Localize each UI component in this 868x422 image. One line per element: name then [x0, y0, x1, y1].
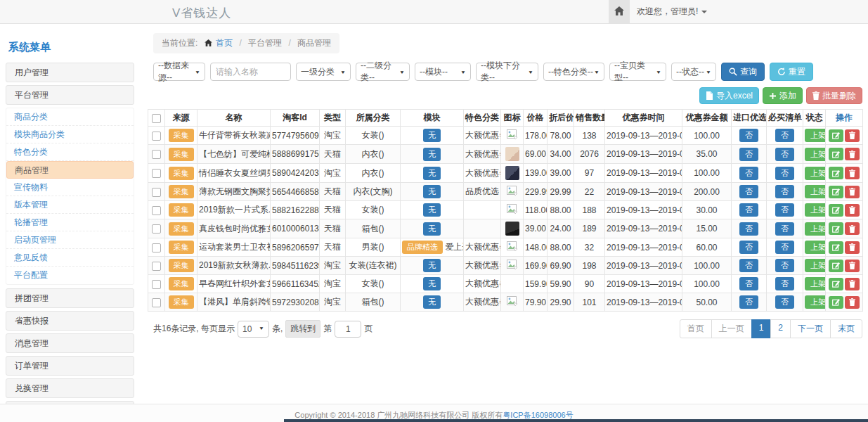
status-button[interactable]: 上架: [805, 222, 826, 236]
sidebar-group[interactable]: 订单管理: [6, 356, 134, 376]
page-button[interactable]: 2: [770, 319, 791, 338]
sidebar-item-link[interactable]: 启动页管理: [6, 231, 134, 249]
delete-button[interactable]: [845, 241, 860, 254]
jump-button[interactable]: 跳转到: [285, 320, 320, 338]
row-checkbox[interactable]: [152, 150, 161, 159]
per-page-select[interactable]: 10 ▼: [238, 321, 269, 338]
name-search-input[interactable]: [210, 63, 291, 81]
page-button[interactable]: 上一页: [711, 319, 752, 338]
sidebar-group[interactable]: 兑换管理: [6, 378, 134, 398]
import-optimal-toggle[interactable]: 否: [739, 148, 758, 161]
status-button[interactable]: 上架: [805, 277, 826, 290]
sidebar-item-link[interactable]: 意见反馈: [6, 249, 134, 267]
sidebar-group-users[interactable]: 用户管理: [6, 63, 134, 82]
edit-button[interactable]: [829, 278, 843, 290]
filter-select[interactable]: --模块下分类--▼: [476, 63, 538, 81]
sidebar-item-goods-management-active[interactable]: 商品管理: [6, 161, 134, 179]
edit-button[interactable]: [829, 167, 843, 179]
sidebar-item-link[interactable]: 版本管理: [6, 196, 134, 214]
home-button[interactable]: [609, 0, 630, 23]
delete-button[interactable]: [845, 148, 860, 160]
status-button[interactable]: 上架: [805, 295, 826, 309]
edit-button[interactable]: [829, 148, 843, 160]
page-number-input[interactable]: [335, 321, 361, 338]
status-button[interactable]: 上架: [805, 259, 826, 272]
sidebar-item-link[interactable]: 模块商品分类: [6, 126, 134, 143]
row-checkbox[interactable]: [152, 188, 161, 197]
must-buy-toggle[interactable]: 否: [775, 241, 794, 254]
page-button[interactable]: 末页: [830, 319, 862, 338]
edit-button[interactable]: [829, 241, 843, 254]
sidebar-group[interactable]: 省惠快报: [6, 311, 134, 331]
status-button[interactable]: 上架: [805, 129, 826, 142]
row-checkbox[interactable]: [152, 280, 161, 289]
import-optimal-toggle[interactable]: 否: [739, 167, 758, 180]
edit-button[interactable]: [829, 296, 843, 309]
sidebar-group[interactable]: 消息管理: [6, 333, 134, 353]
must-buy-toggle[interactable]: 否: [775, 148, 794, 161]
edit-button[interactable]: [829, 204, 843, 217]
filter-select[interactable]: --模块--▼: [415, 63, 471, 81]
sidebar-item-link[interactable]: 商品分类: [6, 108, 134, 126]
import-optimal-toggle[interactable]: 否: [739, 185, 758, 198]
icp-link[interactable]: 粤ICP备16098006号: [503, 411, 573, 419]
row-checkbox[interactable]: [152, 132, 161, 141]
sidebar-item-link[interactable]: 特色分类: [6, 143, 134, 161]
import-optimal-toggle[interactable]: 否: [739, 222, 758, 236]
sidebar-item-link[interactable]: 平台配置: [6, 267, 134, 284]
edit-button[interactable]: [829, 129, 843, 142]
edit-button[interactable]: [829, 222, 843, 235]
row-checkbox[interactable]: [152, 262, 161, 271]
select-all-checkbox[interactable]: [152, 114, 161, 123]
delete-button[interactable]: [845, 204, 860, 217]
row-checkbox[interactable]: [152, 243, 161, 252]
must-buy-toggle[interactable]: 否: [775, 167, 794, 180]
page-button[interactable]: 1: [751, 319, 772, 338]
status-button[interactable]: 上架: [805, 167, 826, 180]
import-optimal-toggle[interactable]: 否: [739, 129, 758, 142]
query-button[interactable]: 查询: [721, 63, 765, 81]
must-buy-toggle[interactable]: 否: [775, 203, 794, 217]
import-optimal-toggle[interactable]: 否: [739, 241, 758, 254]
filter-select[interactable]: --二级分类--▼: [356, 63, 410, 81]
delete-button[interactable]: [845, 296, 860, 309]
filter-select[interactable]: --状态--▼: [671, 63, 716, 81]
status-button[interactable]: 上架: [805, 203, 826, 217]
delete-button[interactable]: [845, 129, 860, 142]
filter-select[interactable]: 一级分类▼: [296, 63, 351, 81]
filter-select[interactable]: --数据来源--▼: [153, 63, 205, 81]
must-buy-toggle[interactable]: 否: [775, 259, 794, 272]
row-checkbox[interactable]: [152, 169, 161, 178]
sidebar-item-link[interactable]: 宣传物料: [6, 179, 134, 196]
delete-button[interactable]: [845, 222, 860, 235]
must-buy-toggle[interactable]: 否: [775, 185, 794, 198]
must-buy-toggle[interactable]: 否: [775, 277, 794, 290]
sidebar-group-platform[interactable]: 平台管理: [6, 85, 134, 105]
delete-button[interactable]: [845, 260, 860, 272]
row-checkbox[interactable]: [152, 298, 161, 307]
status-button[interactable]: 上架: [805, 241, 826, 254]
delete-button[interactable]: [845, 167, 860, 179]
page-button[interactable]: 下一页: [790, 319, 831, 338]
filter-select[interactable]: --特色分类--▼: [543, 63, 604, 81]
breadcrumb-home-link[interactable]: 首页: [216, 38, 233, 48]
row-checkbox[interactable]: [152, 206, 161, 215]
import-optimal-toggle[interactable]: 否: [739, 259, 758, 272]
user-menu[interactable]: 欢迎您，管理员!: [637, 0, 707, 23]
status-button[interactable]: 上架: [805, 148, 826, 161]
add-button[interactable]: 添加: [763, 87, 803, 104]
import-optimal-toggle[interactable]: 否: [739, 295, 758, 309]
batch-delete-button[interactable]: 批量删除: [806, 87, 862, 104]
edit-button[interactable]: [829, 260, 843, 272]
horizontal-scrollbar[interactable]: [284, 419, 868, 422]
import-excel-button[interactable]: 导入excel: [699, 87, 759, 104]
edit-button[interactable]: [829, 186, 843, 198]
import-optimal-toggle[interactable]: 否: [739, 277, 758, 290]
status-button[interactable]: 上架: [805, 185, 826, 198]
delete-button[interactable]: [845, 278, 860, 290]
must-buy-toggle[interactable]: 否: [775, 129, 794, 142]
import-optimal-toggle[interactable]: 否: [739, 203, 758, 217]
sidebar-item-link[interactable]: 轮播管理: [6, 214, 134, 231]
sidebar-group[interactable]: 拼团管理: [6, 288, 134, 308]
delete-button[interactable]: [845, 186, 860, 198]
